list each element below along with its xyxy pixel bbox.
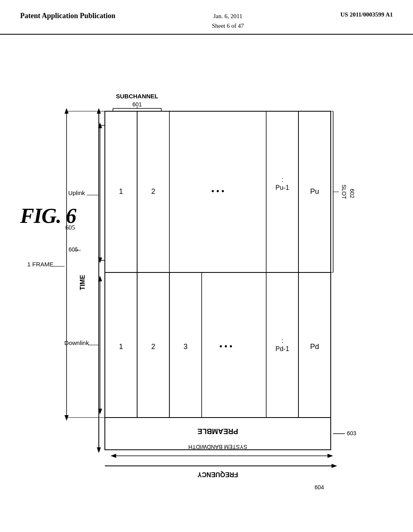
svg-text:601: 601 <box>132 101 142 108</box>
svg-text:PREAMBLE: PREAMBLE <box>197 427 238 435</box>
page-header: Patent Application Publication Jan. 6, 2… <box>0 0 413 35</box>
svg-text:Pu-1: Pu-1 <box>275 184 289 191</box>
svg-text:Pu: Pu <box>310 187 319 195</box>
svg-text:FREQUENCY: FREQUENCY <box>197 471 238 478</box>
main-content: FIG. 6 605 TIME PREAMBLE 1 2 <box>0 35 413 532</box>
svg-text:•  •  •: • • • <box>219 342 232 351</box>
svg-text:3: 3 <box>184 343 188 351</box>
svg-text::: : <box>282 337 283 344</box>
svg-rect-32 <box>266 272 298 418</box>
sheet-info: Sheet 6 of 47 <box>212 23 244 29</box>
svg-marker-2 <box>97 447 101 453</box>
svg-text:1: 1 <box>119 343 123 351</box>
svg-text:Pd-1: Pd-1 <box>275 345 289 352</box>
publication-title: Patent Application Publication <box>20 11 115 21</box>
svg-text:SUBCHANNEL: SUBCHANNEL <box>116 93 159 100</box>
svg-text:2: 2 <box>151 187 155 195</box>
publication-date: Jan. 6, 2011 <box>213 13 242 19</box>
svg-rect-4 <box>105 111 331 450</box>
svg-text::: : <box>282 176 283 183</box>
svg-marker-46 <box>65 415 69 421</box>
svg-text:TIME: TIME <box>79 275 86 291</box>
svg-text:Uplink: Uplink <box>68 189 85 196</box>
svg-text:603: 603 <box>347 430 357 436</box>
svg-text:2: 2 <box>151 343 155 351</box>
svg-rect-13 <box>266 111 298 272</box>
header-center: Jan. 6, 2011 Sheet 6 of 47 <box>212 11 244 31</box>
svg-text:Pd: Pd <box>310 343 319 351</box>
svg-text:SLOT: SLOT <box>341 185 347 200</box>
patent-number: US 2011/0003599 A1 <box>340 11 393 18</box>
svg-text:605: 605 <box>69 246 78 253</box>
svg-marker-62 <box>332 464 337 468</box>
svg-marker-67 <box>327 454 333 458</box>
figure-diagram: TIME PREAMBLE 1 2 • • • : Pu-1 Pu <box>0 63 413 532</box>
svg-text:602: 602 <box>349 189 355 198</box>
svg-text:604: 604 <box>315 484 324 490</box>
svg-marker-66 <box>111 454 116 458</box>
svg-text:SYSTEM BANDWIDTH: SYSTEM BANDWIDTH <box>188 444 247 450</box>
svg-text:•  •  •: • • • <box>211 187 224 195</box>
svg-text:1 FRAME: 1 FRAME <box>27 261 53 268</box>
svg-marker-1 <box>97 108 101 114</box>
svg-marker-45 <box>65 108 69 114</box>
svg-text:1: 1 <box>119 187 123 195</box>
svg-text:Downlink: Downlink <box>65 339 89 346</box>
